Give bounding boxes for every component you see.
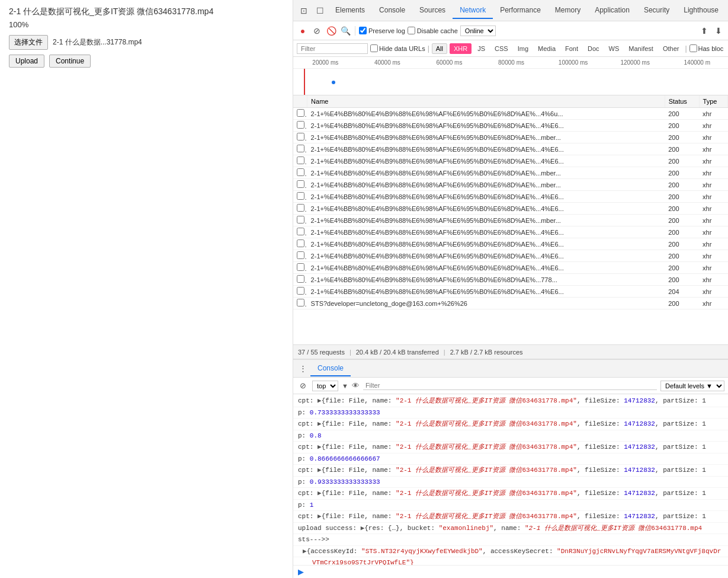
tab-lighthouse[interactable]: Lighthouse (676, 2, 726, 19)
table-row[interactable]: 2-1+%E4%BB%80%E4%B9%88%E6%98%AF%E6%95%B0… (293, 155, 728, 167)
table-row[interactable]: STS?developer=uncletong_doge@163.com+%26… (293, 298, 728, 309)
filter-js[interactable]: JS (474, 44, 489, 53)
table-row[interactable]: 2-1+%E4%BB%80%E4%B9%88%E6%98%AF%E6%95%B0… (293, 167, 728, 179)
throttle-select[interactable]: Online (460, 25, 496, 36)
row-checkbox[interactable] (293, 203, 307, 215)
table-row[interactable]: 2-1+%E4%BB%80%E4%B9%88%E6%98%AF%E6%95%B0… (293, 132, 728, 143)
tab-console[interactable]: Console (372, 2, 412, 19)
filter-ws[interactable]: WS (605, 44, 623, 53)
tab-performance[interactable]: Performance (493, 2, 548, 19)
row-status: 200 (665, 274, 699, 286)
has-blocked-checkbox[interactable] (689, 44, 697, 52)
console-section: ⋮ Console ⊘ top ▼ 👁 Default levels ▼ cpt… (293, 359, 728, 578)
filter-font[interactable]: Font (562, 44, 582, 53)
device-icon[interactable]: ☐ (312, 2, 329, 19)
console-scope-select[interactable]: top (312, 381, 338, 391)
row-checkbox[interactable] (293, 298, 307, 309)
col-status[interactable]: Status (665, 95, 699, 108)
clear-button[interactable]: 🚫 (325, 25, 337, 37)
row-checkbox[interactable] (293, 155, 307, 167)
row-checkbox[interactable] (293, 108, 307, 120)
table-row[interactable]: 2-1+%E4%BB%80%E4%B9%88%E6%98%AF%E6%95%B0… (293, 108, 728, 120)
filter-xhr[interactable]: XHR (450, 43, 472, 54)
row-checkbox[interactable] (293, 250, 307, 262)
filter-other[interactable]: Other (659, 44, 683, 53)
export-button[interactable]: ⬇ (713, 25, 724, 37)
network-table-wrapper: Name Status Type 2-1+%E4%BB%80%E4%B9%88%… (293, 95, 728, 344)
col-type[interactable]: Type (699, 95, 727, 108)
table-row[interactable]: 2-1+%E4%BB%80%E4%B9%88%E6%98%AF%E6%95%B0… (293, 179, 728, 191)
row-checkbox[interactable] (293, 132, 307, 143)
search-button[interactable]: 🔍 (339, 25, 351, 37)
table-row[interactable]: 2-1+%E4%BB%80%E4%B9%88%E6%98%AF%E6%95%B0… (293, 203, 728, 215)
console-tab-bar: ⋮ Console (293, 360, 728, 378)
has-blocked-text: Has bloc (698, 45, 724, 52)
col-name[interactable]: Name (307, 95, 665, 108)
row-checkbox[interactable] (293, 274, 307, 286)
filter-doc[interactable]: Doc (584, 44, 603, 53)
has-blocked-label[interactable]: Has bloc (689, 44, 724, 52)
filter-manifest[interactable]: Manifest (625, 44, 657, 53)
record-button[interactable]: ● (297, 25, 309, 37)
console-level-select[interactable]: Default levels ▼ (660, 381, 724, 391)
hide-data-urls-label[interactable]: Hide data URLs (370, 44, 425, 52)
console-dots-icon[interactable]: ⋮ (296, 362, 310, 375)
table-row[interactable]: 2-1+%E4%BB%80%E4%B9%88%E6%98%AF%E6%95%B0… (293, 238, 728, 250)
filter-all[interactable]: All (432, 43, 447, 54)
preserve-log-checkbox[interactable] (359, 27, 367, 34)
table-row[interactable]: 2-1+%E4%BB%80%E4%B9%88%E6%98%AF%E6%95%B0… (293, 250, 728, 262)
tab-memory[interactable]: Memory (548, 2, 588, 19)
tab-console-bottom[interactable]: Console (310, 361, 351, 376)
table-row[interactable]: 2-1+%E4%BB%80%E4%B9%88%E6%98%AF%E6%95%B0… (293, 274, 728, 286)
row-checkbox[interactable] (293, 179, 307, 191)
row-type: xhr (699, 262, 727, 274)
row-checkbox[interactable] (293, 143, 307, 155)
disable-cache-checkbox[interactable] (408, 27, 415, 34)
tab-sources[interactable]: Sources (412, 2, 453, 19)
console-output: cpt: ▶{file: File, name: "2-1 什么是数据可视化_更… (293, 394, 728, 565)
console-filter-input[interactable] (363, 381, 657, 390)
row-name: 2-1+%E4%BB%80%E4%B9%88%E6%98%AF%E6%95%B0… (307, 143, 665, 155)
import-button[interactable]: ⬆ (698, 25, 710, 37)
row-checkbox[interactable] (293, 215, 307, 226)
continue-button[interactable]: Continue (49, 55, 91, 68)
network-table-body: 2-1+%E4%BB%80%E4%B9%88%E6%98%AF%E6%95%B0… (293, 108, 728, 309)
tab-security[interactable]: Security (637, 2, 676, 19)
row-name: 2-1+%E4%BB%80%E4%B9%88%E6%98%AF%E6%95%B0… (307, 167, 665, 179)
row-status: 200 (665, 226, 699, 238)
tab-application[interactable]: Application (588, 2, 637, 19)
row-checkbox[interactable] (293, 191, 307, 203)
table-row[interactable]: 2-1+%E4%BB%80%E4%B9%88%E6%98%AF%E6%95%B0… (293, 226, 728, 238)
table-row[interactable]: 2-1+%E4%BB%80%E4%B9%88%E6%98%AF%E6%95%B0… (293, 262, 728, 274)
tab-elements[interactable]: Elements (328, 2, 372, 19)
row-type: xhr (699, 167, 727, 179)
table-row[interactable]: 2-1+%E4%BB%80%E4%B9%88%E6%98%AF%E6%95%B0… (293, 120, 728, 132)
disable-cache-label[interactable]: Disable cache (408, 27, 458, 34)
table-row[interactable]: 2-1+%E4%BB%80%E4%B9%88%E6%98%AF%E6%95%B0… (293, 215, 728, 226)
upload-button[interactable]: Upload (9, 55, 44, 68)
filter-input[interactable] (297, 43, 368, 54)
table-row[interactable]: 2-1+%E4%BB%80%E4%B9%88%E6%98%AF%E6%95%B0… (293, 143, 728, 155)
row-checkbox[interactable] (293, 238, 307, 250)
console-toolbar: ⊘ top ▼ 👁 Default levels ▼ (293, 378, 728, 394)
table-row[interactable]: 2-1+%E4%BB%80%E4%B9%88%E6%98%AF%E6%95%B0… (293, 286, 728, 298)
row-checkbox[interactable] (293, 120, 307, 132)
table-row[interactable]: 2-1+%E4%BB%80%E4%B9%88%E6%98%AF%E6%95%B0… (293, 191, 728, 203)
hide-data-urls-checkbox[interactable] (370, 44, 378, 52)
preserve-log-label[interactable]: Preserve log (359, 27, 405, 34)
tab-network[interactable]: Network (453, 2, 493, 19)
row-checkbox[interactable] (293, 167, 307, 179)
console-eye-icon[interactable]: 👁 (352, 381, 360, 390)
inspect-icon[interactable]: ⊡ (296, 2, 312, 19)
filter-css[interactable]: CSS (491, 44, 512, 53)
row-checkbox[interactable] (293, 262, 307, 274)
console-prompt-input[interactable] (307, 569, 723, 576)
row-checkbox[interactable] (293, 286, 307, 298)
row-checkbox[interactable] (293, 226, 307, 238)
console-prohibit-icon[interactable]: ⊘ (297, 380, 309, 392)
filter-img[interactable]: Img (514, 44, 532, 53)
row-name: 2-1+%E4%BB%80%E4%B9%88%E6%98%AF%E6%95%B0… (307, 155, 665, 167)
select-file-button[interactable]: 选择文件 (9, 35, 48, 50)
stop-button[interactable]: ⊘ (311, 25, 323, 37)
filter-media[interactable]: Media (534, 44, 559, 53)
